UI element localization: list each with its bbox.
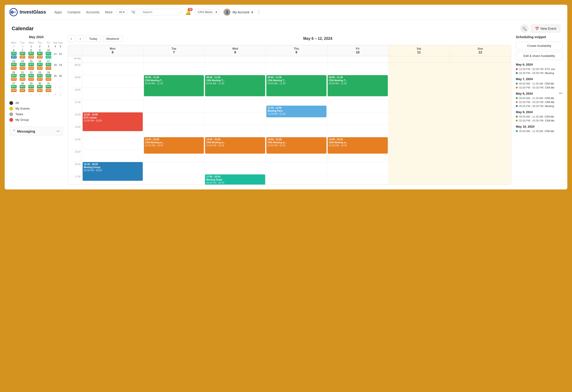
cell-mon-1100[interactable] [82, 100, 143, 112]
mini-cal-day[interactable]: 1509:014:0 [27, 59, 35, 70]
mini-cal-day[interactable]: 612:016:3 [9, 48, 18, 59]
cell-tue-1400[interactable]: 14:00 - 15:30 CRA Meeting w... 02:00 PM … [143, 137, 205, 149]
cell-fri-1100[interactable] [327, 100, 388, 112]
mini-cal-day[interactable]: 9 [58, 93, 63, 97]
cell-wed-1600[interactable] [205, 162, 266, 174]
cell-wed-1100[interactable] [205, 100, 266, 112]
nav-apps[interactable]: Apps [54, 10, 62, 14]
mini-cal-day[interactable]: 1009:011:3 [44, 48, 53, 59]
account-button[interactable]: 👤 My Account ▾ [223, 9, 253, 16]
schedule-item[interactable]: 02:00 PM - 03:30 PM CRA Me [516, 86, 563, 89]
cell-mon-1700[interactable] [82, 175, 143, 184]
cell-wed-0900[interactable]: 09:00 - 11:30 CRA Meeting T... 09:00 AM … [205, 75, 266, 87]
cell-wed-1300[interactable] [205, 125, 266, 137]
mini-cal-day[interactable]: 1409:014:0 [18, 59, 27, 70]
cell-mon-1600[interactable]: 16:30 - 18:00 Meeting Group 04:30 PM - 0… [82, 162, 143, 174]
mini-cal-day[interactable]: 2709:014:0 [9, 82, 18, 93]
cell-thu-1300[interactable] [266, 125, 327, 137]
mini-cal-day[interactable]: 4 [53, 45, 58, 48]
cell-thu-1600[interactable] [266, 162, 327, 174]
schedule-item[interactable]: 09:00 AM - 11:30 AM CRA Me [516, 97, 563, 99]
cell-fri-1600[interactable] [327, 162, 388, 174]
prev-week-button[interactable]: ‹ [68, 35, 75, 42]
today-button[interactable]: Today [86, 36, 101, 42]
edit-share-availability-button[interactable]: Edit & share Availability [516, 52, 563, 60]
cell-thu-1000[interactable] [266, 88, 327, 100]
mini-cal-day[interactable]: 2109:014:0 [18, 70, 27, 82]
cell-wed-1700[interactable]: 17:00 - 18:30 Meeting Dubai 05:00 PM - 0… [205, 175, 266, 184]
cell-mon-0900[interactable] [82, 75, 143, 87]
schedule-item[interactable]: 04:30 PM - 06:00 PM Meeting [516, 72, 563, 74]
schedule-item[interactable]: 02:00 PM - 03:30 PM CRA Me [516, 101, 563, 103]
cell-fri-1000[interactable] [327, 88, 388, 100]
cell-wed-1200[interactable] [205, 112, 266, 125]
cell-thu-1100[interactable]: 11:30 - 13:00 Meeting Paris 11:30 AM - 0… [266, 100, 327, 112]
cell-tue-1200[interactable] [143, 112, 205, 125]
mini-cal-day[interactable]: 19 [58, 59, 63, 70]
nav-accounts[interactable]: Accounts [86, 10, 99, 14]
mini-cal-day[interactable]: 5 [27, 93, 35, 97]
mini-cal-day[interactable]: 1709:014:0 [44, 59, 53, 70]
cell-wed-1500[interactable] [205, 150, 266, 162]
notification-button[interactable]: 🔔 10 [185, 9, 191, 15]
cell-fri-0900[interactable]: 09:00 - 11:30 CRA Meeting T... 09:00 AM … [327, 75, 388, 87]
mini-cal-day[interactable]: 11 [53, 48, 58, 59]
cell-thu-1400[interactable]: 14:00 - 15:30 CRA Meeting w... 02:00 PM … [266, 137, 327, 149]
cell-thu-1500[interactable] [266, 150, 327, 162]
nav-contacts[interactable]: Contacts [67, 10, 80, 14]
mini-cal-day[interactable]: 809:014:0 [27, 48, 35, 59]
filter-dropdown[interactable]: All ▾ [116, 9, 127, 15]
cell-thu-1700[interactable] [266, 175, 327, 184]
cell-tue-0800[interactable] [143, 63, 205, 75]
mini-cal-day[interactable]: 8 [53, 93, 58, 97]
mini-cal-day[interactable]: 3 [9, 93, 18, 97]
cell-mon-1300[interactable] [82, 125, 143, 137]
schedule-item[interactable]: 12:00 PM - 02:00 PM KYC revi [516, 68, 563, 70]
cell-tue-1000[interactable] [143, 88, 205, 100]
schedule-item[interactable]: 09:00 AM - 11:30 AM CRA Me [516, 115, 563, 118]
cell-thu-1200[interactable] [266, 112, 327, 125]
legend-my-group[interactable]: My Group [9, 118, 63, 122]
mini-cal-day[interactable]: 6 [36, 93, 44, 97]
cell-mon-1500[interactable] [82, 150, 143, 162]
cell-tue-1300[interactable] [143, 125, 205, 137]
cell-fri-1400[interactable]: 14:00 - 15:30 CRA Meeting w... 02:00 PM … [327, 137, 388, 149]
mini-cal-day[interactable]: 2409:014:0 [44, 70, 53, 82]
mini-cal-day[interactable]: 2009:014:0 [9, 70, 18, 82]
cell-fri-1700[interactable] [327, 175, 388, 184]
cell-wed-1000[interactable] [205, 88, 266, 100]
cell-mon-1000[interactable] [82, 88, 143, 100]
mini-cal-day[interactable]: 909:014:0 [36, 48, 44, 59]
schedule-item[interactable]: 09:00 AM - 11:30 AM CRA Me [516, 82, 563, 85]
cell-fri-1500[interactable] [327, 150, 388, 162]
mini-cal-day[interactable]: 3109:014:0 [44, 82, 53, 93]
mini-cal-day[interactable]: 2209:014:0 [27, 70, 35, 82]
cell-mon-0800[interactable] [82, 63, 143, 75]
messaging-panel[interactable]: Messaging ✏ [9, 127, 63, 136]
next-week-button[interactable]: › [77, 35, 84, 42]
cell-fri-0800[interactable] [327, 63, 388, 75]
mini-cal-day[interactable]: 12 [58, 48, 63, 59]
mini-cal-day[interactable]: 30 [18, 45, 27, 48]
schedule-item[interactable]: 09:00 AM - 11:30 AM CRA Me [516, 130, 563, 132]
mini-cal-day[interactable]: 1309:014:0 [9, 59, 18, 70]
mini-cal-day[interactable]: 1 [53, 82, 58, 93]
cell-fri-1300[interactable] [327, 125, 388, 137]
edit-icon[interactable]: ✏ [57, 129, 60, 133]
mini-cal-day[interactable]: 3009:014:0 [36, 82, 44, 93]
weekend-button[interactable]: Weekend [103, 36, 123, 42]
mini-cal-day[interactable]: 29 [9, 45, 18, 48]
mini-cal-day[interactable]: 1609:014:0 [36, 59, 44, 70]
mini-cal-day[interactable]: 709:014:0 [18, 48, 27, 59]
cra-dropdown[interactable]: CRA Meeti... ▾ [195, 9, 220, 15]
mini-cal-day[interactable]: 2809:014:0 [18, 82, 27, 93]
mini-cal-day[interactable]: 18 [53, 59, 58, 70]
mini-cal-day[interactable]: 7 [44, 93, 53, 97]
cell-mon-1200[interactable]: 12:00 - 14:00 KYC review 12:00 PM - 02:0… [82, 112, 143, 125]
mini-cal-day[interactable]: 26 [58, 70, 63, 82]
cell-tue-1100[interactable] [143, 100, 205, 112]
mini-cal-day[interactable]: 3 [44, 45, 53, 48]
cell-wed-1400[interactable]: 14:00 - 15:30 CRA Meeting w... 02:00 PM … [205, 137, 266, 149]
logo[interactable]: InvestGlass [9, 8, 46, 16]
schedule-item[interactable]: 02:00 PM - 03:30 PM CRA Me [516, 119, 563, 122]
